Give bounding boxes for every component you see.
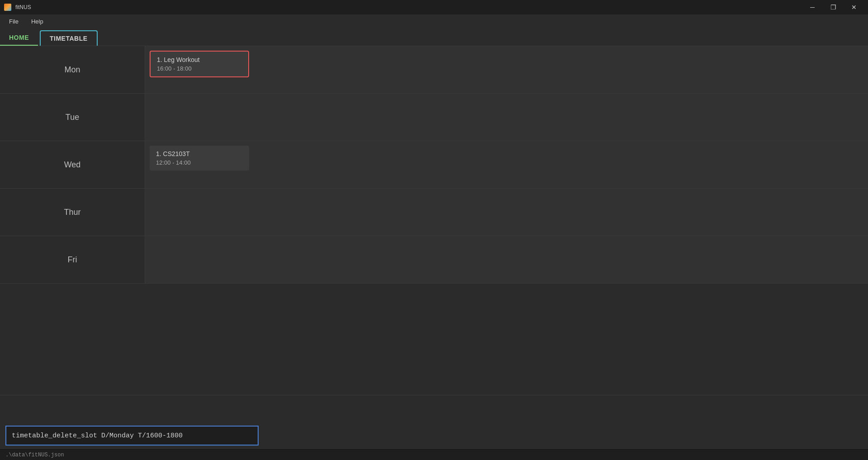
day-row-mon: Mon1. Leg Workout16:00 - 18:00 bbox=[0, 46, 868, 94]
day-label-fri: Fri bbox=[0, 236, 145, 283]
day-content-thur bbox=[145, 189, 868, 236]
window-title: fitNUS bbox=[15, 4, 31, 10]
day-label-thur: Thur bbox=[0, 189, 145, 236]
title-bar: fitNUS ─ ❐ ✕ bbox=[0, 0, 868, 14]
event-title: 1. Leg Workout bbox=[157, 56, 242, 63]
event-card-2-0[interactable]: 1. CS2103T12:00 - 14:00 bbox=[150, 146, 249, 171]
restore-button[interactable]: ❐ bbox=[823, 0, 844, 14]
app-icon bbox=[4, 3, 12, 11]
menu-help[interactable]: Help bbox=[26, 16, 49, 27]
event-card-0-0[interactable]: 1. Leg Workout16:00 - 18:00 bbox=[150, 51, 249, 77]
status-path: .\data\fitNUS.json bbox=[5, 452, 64, 458]
close-button[interactable]: ✕ bbox=[844, 0, 864, 14]
day-label-tue: Tue bbox=[0, 94, 145, 141]
title-bar-controls: ─ ❐ ✕ bbox=[802, 0, 864, 14]
event-time: 16:00 - 18:00 bbox=[157, 65, 242, 72]
status-bar: .\data\fitNUS.json bbox=[0, 449, 868, 460]
main-content: Mon1. Leg Workout16:00 - 18:00TueWed1. C… bbox=[0, 46, 868, 449]
day-content-fri bbox=[145, 236, 868, 283]
title-bar-left: fitNUS bbox=[4, 3, 31, 11]
day-label-wed: Wed bbox=[0, 141, 145, 188]
menu-file[interactable]: File bbox=[4, 16, 24, 27]
day-content-mon: 1. Leg Workout16:00 - 18:00 bbox=[145, 46, 868, 93]
day-row-wed: Wed1. CS2103T12:00 - 14:00 bbox=[0, 141, 868, 189]
day-row-tue: Tue bbox=[0, 94, 868, 141]
day-content-wed: 1. CS2103T12:00 - 14:00 bbox=[145, 141, 868, 188]
tab-bar: HOME TIMETABLE bbox=[0, 28, 868, 46]
command-input[interactable] bbox=[5, 426, 259, 446]
day-row-thur: Thur bbox=[0, 189, 868, 236]
timetable: Mon1. Leg Workout16:00 - 18:00TueWed1. C… bbox=[0, 46, 868, 395]
event-time: 12:00 - 14:00 bbox=[156, 159, 243, 166]
tab-timetable[interactable]: TIMETABLE bbox=[40, 30, 98, 46]
bottom-area bbox=[0, 395, 868, 449]
day-content-tue bbox=[145, 94, 868, 141]
menu-bar: File Help bbox=[0, 14, 868, 28]
event-title: 1. CS2103T bbox=[156, 150, 243, 157]
day-row-fri: Fri bbox=[0, 236, 868, 284]
tab-home[interactable]: HOME bbox=[0, 30, 38, 46]
day-label-mon: Mon bbox=[0, 46, 145, 93]
app-logo bbox=[4, 4, 11, 11]
minimize-button[interactable]: ─ bbox=[802, 0, 823, 14]
